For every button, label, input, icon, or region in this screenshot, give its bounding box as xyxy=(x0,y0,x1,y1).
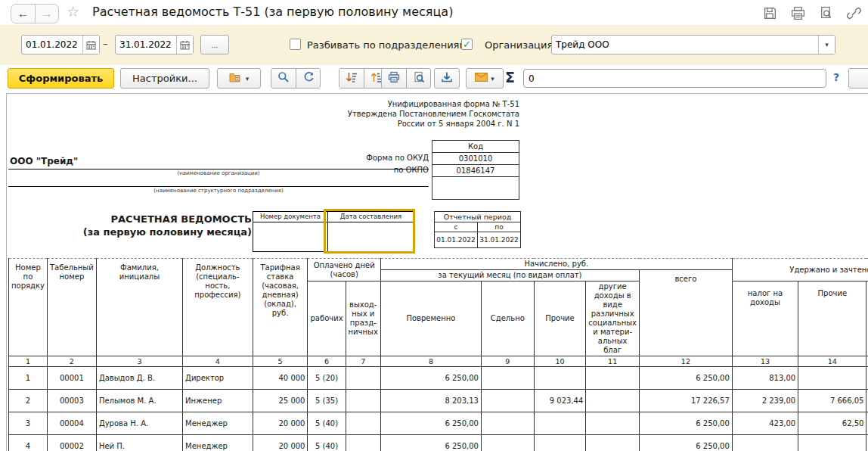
cell-weekend-days[interactable] xyxy=(346,390,380,412)
cell-personnel-number[interactable]: 00001 xyxy=(47,367,96,390)
cell-other-income[interactable] xyxy=(586,412,640,435)
col-number[interactable]: 14 xyxy=(798,356,866,367)
save-to-file-button[interactable] xyxy=(434,68,460,89)
organization-dropdown-button[interactable]: ▾ xyxy=(818,36,835,54)
cell-total-accrued[interactable]: 6 250,00 xyxy=(640,367,733,390)
cell-other-income[interactable] xyxy=(586,390,640,412)
cell-other-accrued[interactable] xyxy=(534,435,586,451)
col-number[interactable]: 2 xyxy=(47,356,96,367)
organization-name[interactable]: ООО "Трейд" xyxy=(10,156,78,166)
print-preview-button[interactable] xyxy=(406,69,430,88)
cell-workdays[interactable]: 5 (40) xyxy=(308,435,346,451)
cell-time-based[interactable]: 6 250,00 xyxy=(380,435,481,451)
col-number[interactable]: 11 xyxy=(586,356,640,367)
cell-name[interactable]: Ней П. xyxy=(96,435,182,451)
cell-total-accrued[interactable]: 17 226,57 xyxy=(640,390,733,412)
cell-other-income[interactable] xyxy=(586,435,640,451)
doc-date-cell[interactable] xyxy=(328,222,414,251)
cell-name[interactable]: Пелымов М. А. xyxy=(96,390,182,412)
cell-personnel-number[interactable]: 00004 xyxy=(47,412,96,435)
cell-position[interactable]: Менеджер xyxy=(183,412,253,435)
okud-value[interactable]: 0301010 xyxy=(432,153,519,165)
send-email-button[interactable]: ▾ xyxy=(466,68,504,89)
split-by-departments-label[interactable]: Разбивать по подразделениям xyxy=(307,39,467,51)
cell-rate[interactable]: 20 000 xyxy=(253,412,308,435)
cell-piecework[interactable] xyxy=(481,367,534,390)
autosum-input[interactable] xyxy=(524,70,826,87)
col-number[interactable]: 1 xyxy=(9,356,48,367)
cell-position[interactable]: Директор xyxy=(183,367,253,390)
cell-row-number[interactable]: 3 xyxy=(9,412,48,435)
find-next-button[interactable] xyxy=(296,69,320,88)
save-result-button[interactable]: ▾ xyxy=(217,68,261,89)
settings-button[interactable]: Настройки... xyxy=(120,68,209,89)
split-by-departments-checkbox[interactable] xyxy=(290,39,301,50)
date-to-calendar-icon[interactable] xyxy=(176,36,193,54)
cell-row-number[interactable]: 1 xyxy=(9,367,48,390)
col-number[interactable]: 4 xyxy=(183,356,253,367)
col-number[interactable]: 7 xyxy=(346,356,380,367)
cell-income-tax[interactable] xyxy=(732,435,798,451)
organization-input[interactable] xyxy=(552,36,818,54)
cell-rate[interactable]: 25 000 xyxy=(253,390,308,412)
cell-name[interactable]: Давыдов Д. В. xyxy=(96,367,182,390)
cell-position[interactable]: Менеджер xyxy=(183,435,253,451)
organization-checkbox[interactable]: ✓ xyxy=(461,39,473,50)
col-number[interactable]: 6 xyxy=(308,356,346,367)
col-number[interactable]: 9 xyxy=(481,356,534,367)
favorite-star-icon[interactable]: ☆ xyxy=(67,3,79,20)
col-number[interactable]: 10 xyxy=(534,356,586,367)
date-from-input[interactable] xyxy=(22,36,82,54)
print-button[interactable] xyxy=(382,69,406,88)
cell-other-withheld[interactable] xyxy=(798,435,866,451)
cell-other-withheld[interactable]: 62,50 xyxy=(798,412,866,435)
back-button[interactable]: ← xyxy=(11,5,35,23)
cell-workdays[interactable]: 5 (20) xyxy=(308,367,346,390)
col-number[interactable]: 5 xyxy=(253,356,308,367)
cell-other-accrued[interactable] xyxy=(534,412,586,435)
code-box-empty-cell[interactable] xyxy=(432,177,519,200)
cell-position[interactable]: Инженер xyxy=(183,390,253,412)
cell-piecework[interactable] xyxy=(481,412,534,435)
col-number[interactable]: 13 xyxy=(732,356,798,367)
cell-other-accrued[interactable]: 9 023,44 xyxy=(534,390,586,412)
help-link[interactable]: ? xyxy=(833,71,839,83)
cell-piecework[interactable] xyxy=(481,435,534,451)
save-icon[interactable] xyxy=(761,5,778,21)
cell-rate[interactable]: 40 000 xyxy=(253,367,308,390)
doc-number-cell[interactable] xyxy=(253,222,327,251)
print-icon[interactable] xyxy=(789,5,806,21)
cell-row-number[interactable]: 2 xyxy=(9,390,48,412)
period-more-button[interactable]: ... xyxy=(200,35,229,54)
date-to-input[interactable] xyxy=(116,36,176,54)
generate-button[interactable]: Сформировать xyxy=(8,68,114,89)
cell-time-based[interactable]: 8 203,13 xyxy=(380,390,481,412)
cell-rate[interactable]: 20 000 xyxy=(253,435,308,451)
cell-row-number[interactable]: 4 xyxy=(9,435,48,451)
col-number[interactable]: 3 xyxy=(96,356,182,367)
cell-income-tax[interactable]: 813,00 xyxy=(732,367,798,390)
col-number[interactable]: 12 xyxy=(640,356,733,367)
cell-workdays[interactable]: 5 (40) xyxy=(308,412,346,435)
print-preview-icon[interactable] xyxy=(817,5,834,21)
period-from-value[interactable]: 01.01.2022 xyxy=(435,232,478,248)
cell-other-withheld[interactable] xyxy=(798,367,866,390)
cell-personnel-number[interactable]: 00002 xyxy=(47,435,96,451)
cell-income-tax[interactable]: 423,00 xyxy=(732,412,798,435)
cell-time-based[interactable]: 6 250,00 xyxy=(380,412,481,435)
cell-time-based[interactable]: 6 250,00 xyxy=(380,367,481,390)
date-from-calendar-icon[interactable] xyxy=(82,36,99,54)
period-to-value[interactable]: 31.01.2022 xyxy=(478,232,521,248)
link-icon[interactable] xyxy=(845,5,862,21)
cell-weekend-days[interactable] xyxy=(346,435,380,451)
find-button[interactable] xyxy=(271,69,296,88)
cell-income-tax[interactable]: 2 239,00 xyxy=(732,390,798,412)
cell-other-income[interactable] xyxy=(586,367,640,390)
cell-weekend-days[interactable] xyxy=(346,412,380,435)
cell-total-accrued[interactable]: 6 250,00 xyxy=(640,412,733,435)
cell-total-accrued[interactable]: 6 250,00 xyxy=(640,435,733,451)
okpo-value[interactable]: 01846147 xyxy=(432,165,519,177)
cell-other-withheld[interactable]: 7 666,05 xyxy=(798,390,866,412)
sort-descending-button[interactable] xyxy=(339,69,364,88)
col-number[interactable]: 8 xyxy=(380,356,481,367)
